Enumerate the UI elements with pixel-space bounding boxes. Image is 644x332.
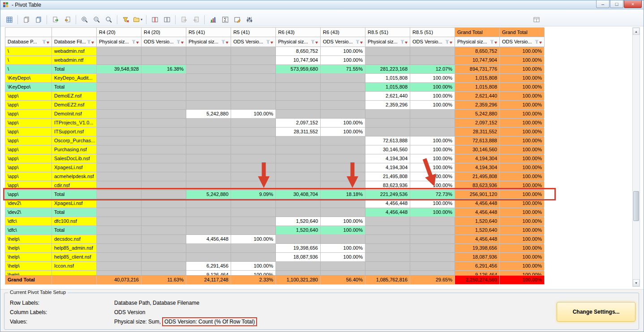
pivot-cell[interactable]: [142, 181, 186, 190]
pivot-cell[interactable]: [231, 154, 276, 163]
pivot-cell[interactable]: [321, 101, 365, 110]
pivot-cell[interactable]: 100.00%: [321, 128, 365, 136]
pivot-cell[interactable]: [186, 119, 231, 128]
pivot-cell[interactable]: 71.55%: [321, 65, 365, 74]
pivot-cell[interactable]: [142, 128, 186, 136]
pivot-cell[interactable]: 100.00%: [500, 199, 544, 208]
pivot-cell[interactable]: 4,194,304: [455, 163, 500, 172]
pivot-cell[interactable]: 100.00%: [321, 119, 365, 128]
filter-funnel-icon[interactable]: [176, 40, 184, 44]
pivot-cell[interactable]: ITSupport.nsf: [52, 128, 97, 136]
pivot-cell[interactable]: 18,087,936: [276, 253, 321, 262]
pivot-cell[interactable]: 1,520,640: [455, 226, 500, 235]
pivot-cell[interactable]: [142, 235, 186, 244]
pivot-cell[interactable]: cdir.nsf: [52, 181, 97, 190]
chart-icon[interactable]: [207, 14, 219, 25]
total-row[interactable]: \dfc\Total1,520,640100.00%1,520,640100.0…: [5, 226, 544, 235]
pivot-cell[interactable]: \app\: [5, 92, 52, 101]
column-header-cell[interactable]: Database P...: [5, 37, 52, 47]
pivot-cell[interactable]: [365, 262, 410, 271]
pivot-cell[interactable]: 8,650,752: [455, 47, 500, 56]
grand-total-cell[interactable]: 40,073,216: [97, 276, 142, 285]
pivot-cell[interactable]: [186, 154, 231, 163]
pivot-cell[interactable]: [276, 262, 321, 271]
pivot-cell[interactable]: [276, 181, 321, 190]
pivot-cell[interactable]: 100.00%: [500, 235, 544, 244]
pivot-cell[interactable]: 100.00%: [500, 136, 544, 145]
pivot-cell[interactable]: webadmin.nsf: [52, 47, 97, 56]
pivot-cell[interactable]: [142, 74, 186, 83]
pivot-cell[interactable]: 100.00%: [500, 154, 544, 163]
column-header-cell[interactable]: Physical siz...: [186, 37, 231, 47]
pivot-cell[interactable]: [321, 208, 365, 217]
pivot-cell[interactable]: [142, 145, 186, 154]
pivot-cell[interactable]: \: [5, 56, 52, 65]
pivot-cell[interactable]: \app\: [5, 154, 52, 163]
pivot-cell[interactable]: [186, 199, 231, 208]
pivot-cell[interactable]: 1,520,640: [276, 217, 321, 226]
pivot-cell[interactable]: [231, 181, 276, 190]
pivot-cell[interactable]: [97, 181, 142, 190]
pivot-cell[interactable]: [142, 190, 186, 199]
data-row[interactable]: \webadmin.ntf10,747,904100.00%10,747,904…: [5, 56, 544, 65]
pivot-cell[interactable]: [321, 74, 365, 83]
pivot-cell[interactable]: [365, 47, 410, 56]
pivot-cell[interactable]: 72,613,888: [365, 136, 410, 145]
pivot-cell[interactable]: 100.00%: [500, 110, 544, 119]
pivot-cell[interactable]: [97, 208, 142, 217]
pivot-cell[interactable]: 100.00%: [500, 181, 544, 190]
pivot-cell[interactable]: [365, 226, 410, 235]
pivot-cell[interactable]: [142, 163, 186, 172]
export-page-icon[interactable]: [178, 14, 189, 25]
pivot-cell[interactable]: [186, 208, 231, 217]
group-header-cell[interactable]: R8.5 (51): [365, 28, 410, 37]
pivot-cell[interactable]: 2,097,152: [276, 119, 321, 128]
pivot-cell[interactable]: [142, 154, 186, 163]
pivot-cell[interactable]: [231, 163, 276, 172]
data-row[interactable]: \app\DemoEZ.nsf2,621,440100.00%2,621,440…: [5, 92, 544, 101]
pivot-cell[interactable]: \dev2\: [5, 199, 52, 208]
pivot-cell[interactable]: 100.00%: [410, 74, 455, 83]
pivot-cell[interactable]: [231, 65, 276, 74]
pivot-cell[interactable]: 1,015,808: [365, 74, 410, 83]
pivot-cell[interactable]: 100.00%: [231, 271, 276, 275]
pivot-cell[interactable]: \app\: [5, 136, 52, 145]
pivot-cell[interactable]: Purchasing.nsf: [52, 145, 97, 154]
pivot-cell[interactable]: 5,242,880: [455, 110, 500, 119]
pivot-cell[interactable]: 28,311,552: [276, 128, 321, 136]
export-file-icon[interactable]: [50, 14, 61, 25]
data-row[interactable]: \help\9,126,464100.00%9,126,464100.00%: [5, 271, 544, 275]
grand-total-cell[interactable]: 2,250,274,560: [455, 276, 500, 285]
pivot-cell[interactable]: \KeyDepo\: [5, 74, 52, 83]
pivot-cell[interactable]: 100.00%: [500, 271, 544, 275]
pivot-cell[interactable]: [186, 83, 231, 92]
minimize-button[interactable]: –: [596, 0, 610, 8]
pivot-cell[interactable]: 100.00%: [321, 253, 365, 262]
data-row[interactable]: \webadmin.nsf8,650,752100.00%8,650,75210…: [5, 47, 544, 56]
pivot-cell[interactable]: \app\: [5, 145, 52, 154]
pivot-cell[interactable]: [321, 92, 365, 101]
pivot-cell[interactable]: [410, 235, 455, 244]
pivot-cell[interactable]: \dfc\: [5, 217, 52, 226]
pivot-cell[interactable]: 100.00%: [321, 47, 365, 56]
pivot-cell[interactable]: 100.00%: [500, 47, 544, 56]
pivot-cell[interactable]: 4,194,304: [365, 154, 410, 163]
pivot-cell[interactable]: \app\: [5, 190, 52, 199]
data-row[interactable]: \app\DemoEZ2.nsf2,359,296100.00%2,359,29…: [5, 101, 544, 110]
grand-total-cell[interactable]: 56.40%: [321, 276, 365, 285]
filter-funnel-icon[interactable]: [221, 40, 228, 44]
pivot-cell[interactable]: [142, 47, 186, 56]
pivot-cell[interactable]: [365, 217, 410, 226]
pivot-cell[interactable]: 100.00%: [500, 74, 544, 83]
pivot-cell[interactable]: [410, 226, 455, 235]
pivot-cell[interactable]: [276, 145, 321, 154]
scroll-down-icon[interactable]: ▼: [633, 279, 640, 286]
pivot-cell[interactable]: 9,126,464: [186, 271, 231, 275]
grid-body[interactable]: \webadmin.nsf8,650,752100.00%8,650,75210…: [5, 47, 544, 275]
group-header-cell[interactable]: R6 (43): [276, 28, 321, 37]
pivot-cell[interactable]: [186, 92, 231, 101]
data-row[interactable]: \dfc\dfc100.nsf1,520,640100.00%1,520,640…: [5, 217, 544, 226]
pivot-cell[interactable]: [276, 136, 321, 145]
pivot-cell[interactable]: [276, 83, 321, 92]
pivot-cell[interactable]: [321, 262, 365, 271]
